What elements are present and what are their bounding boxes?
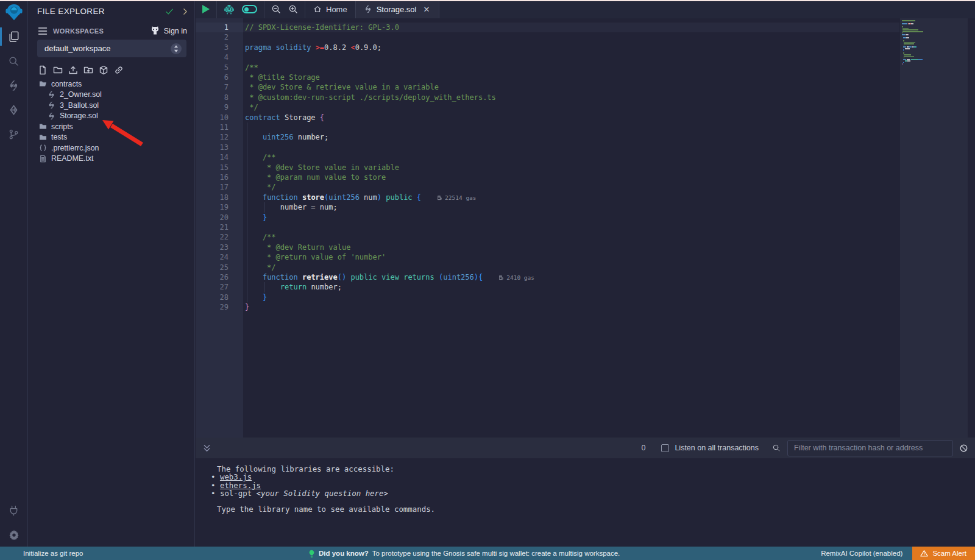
solidity-compiler-icon <box>9 80 19 91</box>
rail-item-remix-logo[interactable] <box>0 0 28 24</box>
tab-label: Home <box>326 5 347 14</box>
copilot-status[interactable]: RemixAI Copilot (enabled) <box>821 550 902 557</box>
tip-title: Did you know? <box>319 550 369 557</box>
file-explorer-panel: FILE EXPLORER WORKSPACES Sign in default… <box>29 0 195 547</box>
line-number: 11 <box>196 122 229 132</box>
run-script-button[interactable] <box>202 5 210 13</box>
tree-item-readme.txt[interactable]: README.txt <box>29 154 194 165</box>
upload-folder-icon[interactable] <box>83 65 93 75</box>
screenshot-top-edge <box>0 0 975 1</box>
status-bar: Initialize as git repo Did you know? To … <box>0 547 975 560</box>
tip-text: To prototype using the Gnosis safe multi… <box>372 550 620 557</box>
rail-item-settings[interactable] <box>0 522 28 547</box>
git-init-status[interactable]: Initialize as git repo <box>23 550 83 557</box>
tab-close-icon[interactable]: ✕ <box>423 5 431 13</box>
zoom-out-icon[interactable] <box>271 4 281 14</box>
tab-storage-sol[interactable]: Storage.sol✕ <box>355 0 440 18</box>
ai-copilot-robot-icon[interactable] <box>224 4 235 15</box>
indent-guide <box>247 122 247 302</box>
line-number: 26 <box>196 272 229 282</box>
listen-all-transactions-checkbox[interactable] <box>661 444 669 452</box>
tree-item-label: scripts <box>51 122 73 131</box>
code-line-25: */ <box>245 263 276 272</box>
terminal-lines: The following libraries are accessible:•… <box>211 465 975 514</box>
terminal: 0 Listen on all transactions The followi… <box>196 438 975 547</box>
rail-item-file-explorer[interactable] <box>0 24 28 49</box>
code-line-6: * @title Storage <box>245 73 320 82</box>
workspaces-menu-icon[interactable] <box>38 27 48 35</box>
file-explorer-icon <box>7 30 20 43</box>
tree-item-3_ballot.sol[interactable]: 3_Ballot.sol <box>29 100 194 111</box>
line-number: 15 <box>196 163 229 172</box>
code-line-20: } <box>245 213 267 222</box>
fuel-pump-icon <box>437 195 442 200</box>
terminal-line <box>211 497 975 505</box>
terminal-controls: 0 Listen on all transactions <box>641 440 975 456</box>
tree-item-2_owner.sol[interactable]: 2_Owner.sol <box>29 90 194 101</box>
line-number: 16 <box>196 172 229 182</box>
code-line-1: // SPDX-License-Identifier: GPL-3.0 <box>245 23 399 32</box>
tab-home[interactable]: Home <box>305 0 355 18</box>
zoom-group <box>264 0 305 18</box>
home-icon <box>313 5 322 13</box>
terminal-search-icon[interactable] <box>772 444 781 452</box>
terminal-output[interactable]: The following libraries are accessible:•… <box>196 458 975 547</box>
line-number: 5 <box>196 63 229 73</box>
code-editor[interactable]: 1234567891011121314151617181920212223242… <box>196 18 975 438</box>
tree-item-label: 2_Owner.sol <box>60 90 102 99</box>
tree-item-scripts[interactable]: scripts <box>29 121 194 132</box>
rail-item-solidity-compiler[interactable] <box>0 73 28 97</box>
scam-alert-label: Scam Alert <box>932 550 966 557</box>
code-line-14: /** <box>245 152 276 162</box>
code-line-5: /** <box>245 63 258 73</box>
panel-title-row: FILE EXPLORER <box>37 7 188 16</box>
terminal-line: • ethers.js <box>211 481 975 489</box>
transaction-count: 0 <box>641 444 645 452</box>
code-line-7: * @dev Store & retrieve value in a varia… <box>245 82 439 92</box>
clear-console-icon[interactable] <box>959 444 968 453</box>
did-you-know-tip: Did you know? To prototype using the Gno… <box>308 550 620 558</box>
code-line-3: pragma solidity >=0.8.2 <0.9.0; <box>245 43 381 52</box>
cube-icon[interactable] <box>99 65 108 75</box>
link-icon[interactable] <box>114 65 124 75</box>
upload-file-icon[interactable] <box>68 65 78 75</box>
solidity-file-icon <box>48 101 55 109</box>
tree-item-contracts[interactable]: contracts <box>29 79 194 90</box>
chevron-right-icon[interactable] <box>182 8 188 15</box>
indent-guide <box>264 282 265 292</box>
new-file-icon[interactable] <box>38 65 48 75</box>
line-number: 4 <box>196 52 229 62</box>
rail-item-plugin-manager[interactable] <box>0 498 28 522</box>
tree-item-label: tests <box>51 133 67 141</box>
tree-item-storage.sol[interactable]: Storage.sol <box>29 111 194 122</box>
line-number: 10 <box>196 113 229 122</box>
line-number: 27 <box>196 282 229 292</box>
gas-estimate-badge: 2410 gas <box>498 274 534 281</box>
scam-alert-button[interactable]: Scam Alert <box>912 547 975 560</box>
minimap-code <box>902 20 966 65</box>
zoom-in-icon[interactable] <box>288 4 298 14</box>
line-number: 2 <box>196 32 229 42</box>
ai-copilot-toggle[interactable] <box>242 5 257 13</box>
line-number: 21 <box>196 222 229 232</box>
rail-item-search[interactable] <box>0 49 28 73</box>
tree-item-tests[interactable]: tests <box>29 132 194 143</box>
terminal-expand-icon[interactable] <box>202 444 211 453</box>
transaction-filter-input[interactable] <box>787 440 953 456</box>
editor-minimap[interactable] <box>900 18 968 438</box>
sign-in-button[interactable]: Sign in <box>150 26 187 35</box>
terminal-line: Type the library name to see available c… <box>211 505 975 513</box>
line-number: 29 <box>196 302 229 312</box>
rail-item-git[interactable] <box>0 122 28 146</box>
workspace-select[interactable]: default_workspace <box>37 40 186 57</box>
line-number: 8 <box>196 93 229 102</box>
code-line-27: return number; <box>245 282 342 292</box>
ai-copilot-group <box>217 0 264 18</box>
run-group <box>196 0 217 18</box>
new-folder-icon[interactable] <box>53 65 63 75</box>
tree-item-.prettierrc.json[interactable]: .prettierrc.json <box>29 143 194 154</box>
rail-item-deploy-run[interactable] <box>0 97 28 122</box>
deploy-run-icon <box>9 104 19 116</box>
status-bar-right: RemixAI Copilot (enabled) Scam Alert <box>821 547 975 560</box>
line-number: 6 <box>196 73 229 82</box>
